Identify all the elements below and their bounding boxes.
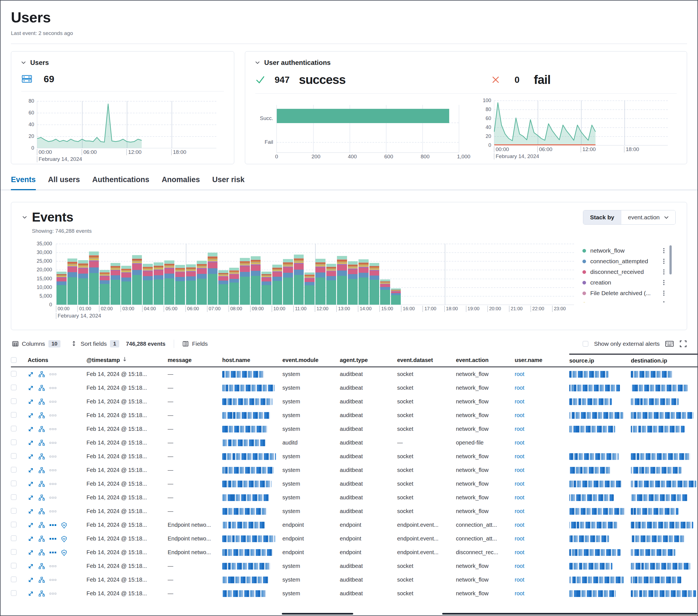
row-checkbox[interactable]: [11, 590, 16, 596]
legend-item-creation[interactable]: creation: [583, 277, 665, 288]
keyboard-icon[interactable]: [665, 340, 674, 347]
user-name-link[interactable]: root: [515, 453, 524, 459]
legend-item-connection-attempted[interactable]: connection_attempted: [583, 256, 665, 267]
external-alerts-checkbox[interactable]: [583, 341, 588, 347]
analyze-event-icon[interactable]: [39, 590, 45, 597]
analyze-event-icon[interactable]: [39, 440, 45, 446]
user-name-link[interactable]: root: [515, 576, 524, 583]
analyze-event-icon[interactable]: [39, 536, 45, 542]
user-name-link[interactable]: root: [515, 508, 524, 514]
user-name-link[interactable]: root: [515, 549, 524, 555]
analyze-event-icon[interactable]: [39, 399, 45, 405]
expand-event-icon[interactable]: [28, 563, 34, 569]
user-name-link[interactable]: root: [515, 440, 524, 446]
row-checkbox[interactable]: [11, 494, 16, 500]
chevron-down-icon[interactable]: [21, 60, 26, 65]
row-checkbox[interactable]: [11, 385, 16, 390]
more-actions-icon[interactable]: [663, 269, 665, 274]
user-name-link[interactable]: root: [515, 412, 524, 418]
sort-fields-button[interactable]: Sort fields 1: [71, 340, 119, 347]
more-actions-icon[interactable]: [50, 593, 56, 594]
more-actions-icon[interactable]: [50, 524, 56, 526]
more-actions-icon[interactable]: [50, 565, 56, 567]
endpoint-shield-icon[interactable]: [61, 536, 67, 542]
user-name-link[interactable]: root: [515, 590, 524, 597]
user-name-link[interactable]: root: [515, 481, 524, 487]
column-header-event-action[interactable]: event.action: [456, 354, 515, 367]
expand-event-icon[interactable]: [28, 371, 34, 377]
legend-item-disconnect-received[interactable]: disconnect_received: [583, 267, 665, 277]
tab-user-risk[interactable]: User risk: [212, 175, 245, 190]
chevron-down-icon[interactable]: [23, 215, 27, 219]
more-actions-icon[interactable]: [663, 259, 665, 264]
more-actions-icon[interactable]: [50, 551, 56, 553]
column-header-event-module[interactable]: event.module: [282, 354, 340, 367]
user-name-link[interactable]: root: [515, 371, 524, 377]
user-name-link[interactable]: root: [515, 522, 524, 528]
analyze-event-icon[interactable]: [39, 385, 45, 391]
more-actions-icon[interactable]: [50, 497, 56, 499]
user-name-link[interactable]: root: [515, 535, 524, 542]
expand-event-icon[interactable]: [28, 440, 34, 446]
horizontal-scrollbar[interactable]: [442, 613, 697, 615]
expand-event-icon[interactable]: [28, 454, 34, 460]
legend-item-file-delete-archived-[interactable]: File Delete archived (...: [583, 288, 665, 299]
more-actions-icon[interactable]: [663, 301, 665, 302]
column-header-host-name[interactable]: host.name: [222, 354, 282, 367]
endpoint-shield-icon[interactable]: [61, 549, 67, 556]
more-actions-icon[interactable]: [50, 442, 56, 444]
analyze-event-icon[interactable]: [39, 426, 45, 432]
row-checkbox[interactable]: [11, 412, 16, 418]
more-actions-icon[interactable]: [50, 401, 56, 403]
select-all-checkbox[interactable]: [11, 357, 16, 363]
column-header-message[interactable]: message: [168, 354, 222, 367]
column-header-user-name[interactable]: user.name: [515, 354, 569, 367]
row-checkbox[interactable]: [11, 522, 16, 527]
user-name-link[interactable]: root: [515, 563, 524, 569]
legend-item-network-flow[interactable]: network_flow: [583, 245, 665, 256]
more-actions-icon[interactable]: [50, 415, 56, 416]
expand-event-icon[interactable]: [28, 385, 34, 391]
expand-event-icon[interactable]: [28, 549, 34, 556]
column-header-agent-type[interactable]: agent.type: [340, 354, 397, 367]
expand-event-icon[interactable]: [28, 536, 34, 542]
legend-scrollbar[interactable]: [669, 245, 672, 274]
analyze-event-icon[interactable]: [39, 549, 45, 556]
column-header-destination-ip[interactable]: destination.ip: [631, 354, 697, 367]
more-actions-icon[interactable]: [50, 483, 56, 485]
analyze-event-icon[interactable]: [39, 577, 45, 583]
more-actions-icon[interactable]: [663, 291, 665, 296]
more-actions-icon[interactable]: [50, 373, 56, 375]
row-checkbox[interactable]: [11, 371, 16, 376]
analyze-event-icon[interactable]: [39, 412, 45, 418]
expand-event-icon[interactable]: [28, 508, 34, 514]
more-actions-icon[interactable]: [50, 469, 56, 471]
analyze-event-icon[interactable]: [39, 454, 45, 460]
column-header-event-dataset[interactable]: event.dataset: [397, 354, 456, 367]
tab-authentications[interactable]: Authentications: [92, 175, 150, 190]
column-header-actions[interactable]: Actions: [28, 354, 86, 367]
user-name-link[interactable]: root: [515, 467, 524, 473]
analyze-event-icon[interactable]: [39, 467, 45, 473]
row-checkbox[interactable]: [11, 576, 16, 582]
tab-events[interactable]: Events: [11, 175, 36, 190]
row-checkbox[interactable]: [11, 508, 16, 514]
legend-item-rename[interactable]: rename: [583, 299, 665, 302]
fields-button[interactable]: Fields: [182, 341, 208, 347]
analyze-event-icon[interactable]: [39, 508, 45, 514]
row-checkbox[interactable]: [11, 440, 16, 445]
analyze-event-icon[interactable]: [39, 371, 45, 377]
column-header--timestamp[interactable]: @timestamp: [86, 354, 168, 367]
row-checkbox[interactable]: [11, 563, 16, 569]
row-checkbox[interactable]: [11, 535, 16, 541]
auth-panel-header[interactable]: User authentications: [255, 59, 677, 67]
endpoint-shield-icon[interactable]: [61, 522, 67, 528]
analyze-event-icon[interactable]: [39, 563, 45, 569]
expand-event-icon[interactable]: [28, 481, 34, 487]
row-checkbox[interactable]: [11, 481, 16, 486]
horizontal-scrollbar[interactable]: [282, 613, 353, 615]
tab-anomalies[interactable]: Anomalies: [162, 175, 200, 190]
user-name-link[interactable]: root: [515, 385, 524, 391]
user-name-link[interactable]: root: [515, 494, 524, 500]
expand-event-icon[interactable]: [28, 467, 34, 473]
